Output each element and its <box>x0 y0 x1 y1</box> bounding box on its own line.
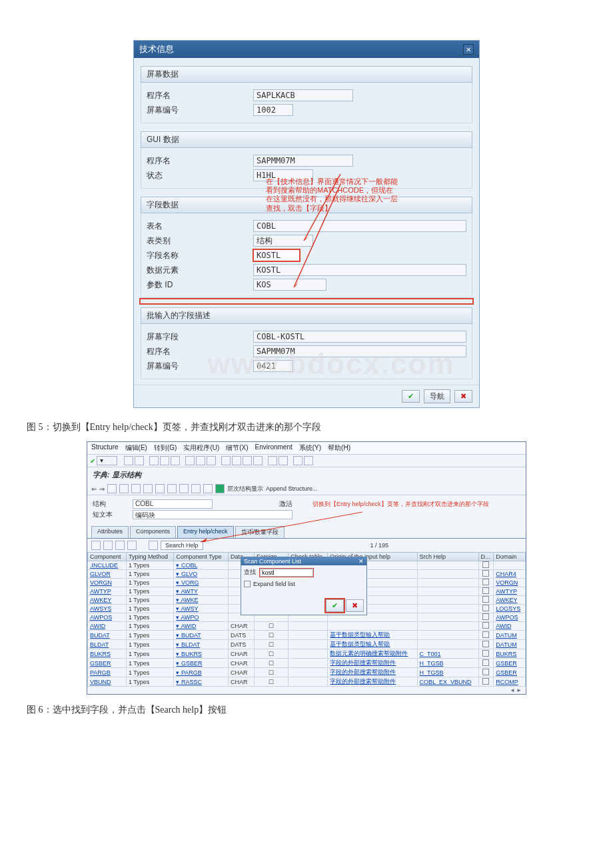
command-field[interactable]: ▾ <box>97 456 117 465</box>
ok-button[interactable]: ✔ <box>402 390 420 403</box>
app-toolbar: ⇐ ⇒ 层次结构显示 Append Structure... <box>87 483 526 495</box>
first-page-icon[interactable] <box>221 456 231 465</box>
table-row[interactable]: VBUND1 Types▾ RASSCCHAR☐字段的外部搜索帮助附件COBL_… <box>88 677 526 687</box>
lbl-program: 程序名 <box>147 90 253 101</box>
shortcut-icon[interactable] <box>279 456 288 465</box>
tab-attributes[interactable]: Attributes <box>91 526 129 538</box>
table-row[interactable]: GSBER1 Types▾ GSBERCHAR☐字段的外部搜索帮助附件H_TGS… <box>88 659 526 668</box>
findnext-icon[interactable] <box>207 456 216 465</box>
back-arrow-icon[interactable]: ⇐ <box>91 485 97 493</box>
val-table[interactable]: COBL <box>253 220 466 232</box>
val-tabtype[interactable]: 结构 <box>253 235 313 247</box>
create-session-icon[interactable] <box>268 456 277 465</box>
nav-icon-4[interactable] <box>127 541 137 550</box>
print-icon[interactable] <box>185 456 195 465</box>
val-struct[interactable]: COBL <box>133 499 213 509</box>
back-icon[interactable] <box>124 456 133 465</box>
col-comptype[interactable]: Component Type <box>174 553 229 561</box>
table-row[interactable]: BUDAT1 Types▾ BUDATDATS☐基于数据类型输入帮助DATUM <box>88 631 526 640</box>
tb-icon-9[interactable] <box>203 484 213 493</box>
col-d[interactable]: D... <box>478 553 494 561</box>
close-icon[interactable]: ✕ <box>463 44 474 55</box>
menu-edit[interactable]: 编辑(E) <box>125 443 147 453</box>
table-row[interactable]: AWID1 Types▾ AWIDCHAR☐AWID <box>88 622 526 631</box>
tb-icon-8[interactable] <box>191 484 201 493</box>
last-page-icon[interactable] <box>253 456 263 465</box>
val-param[interactable]: KOS <box>253 279 326 291</box>
tab-entry-help[interactable]: Entry help/check <box>177 526 234 538</box>
lbl-status: 状态 <box>147 170 253 181</box>
val-program[interactable]: SAPLKACB <box>253 89 353 101</box>
col-component[interactable]: Component <box>88 553 127 561</box>
h-scroll[interactable]: ◄ ► <box>87 687 526 694</box>
menu-env[interactable]: Environment <box>255 443 293 453</box>
tech-info-dialog: 技术信息 ✕ 屏幕数据 程序名SAPLKACB 屏幕编号1002 GUI 数据 … <box>133 40 480 408</box>
nav-icon-3[interactable] <box>115 541 125 550</box>
nav-icon-2[interactable] <box>103 541 113 550</box>
val-screenfield[interactable]: COBL-KOSTL <box>253 331 466 343</box>
val-gui-program[interactable]: SAPMM07M <box>253 155 353 167</box>
tab-currency[interactable]: 货币/数量字段 <box>235 526 285 538</box>
menu-help[interactable]: 帮助(H) <box>328 443 350 453</box>
cancel-button[interactable]: ✖ <box>454 390 472 403</box>
menu-goto[interactable]: 转到(G) <box>154 443 177 453</box>
tb-icon-4[interactable] <box>143 484 153 493</box>
cancel-icon[interactable] <box>171 456 180 465</box>
lbl-tabtype: 表类别 <box>147 235 253 247</box>
tb-icon-5[interactable] <box>155 484 165 493</box>
hier-display[interactable]: 层次结构显示 <box>227 485 263 493</box>
val-screen-no[interactable]: 1002 <box>253 104 293 116</box>
help-icon[interactable] <box>293 456 303 465</box>
save-icon[interactable] <box>135 456 144 465</box>
find-icon-2[interactable] <box>149 541 158 550</box>
popup-find-lbl: 查找 <box>244 568 256 577</box>
popup-expand-lbl: Expand field list <box>253 581 295 587</box>
lbl-screenfield: 屏幕字段 <box>147 331 253 343</box>
tb-icon-7[interactable] <box>179 484 189 493</box>
lbl-table: 表名 <box>147 221 253 232</box>
lbl-active: 激活 <box>279 499 293 509</box>
fwd-arrow-icon[interactable]: ⇒ <box>99 485 105 493</box>
nav-icon-1[interactable] <box>91 541 101 550</box>
popup-expand-checkbox[interactable] <box>244 581 251 587</box>
tb-icon-6[interactable] <box>167 484 177 493</box>
lbl-dataelem: 数据元素 <box>147 265 253 276</box>
popup-close-icon[interactable]: ✕ <box>358 558 364 565</box>
tb-icon-3[interactable] <box>131 484 141 493</box>
tb-icon-2[interactable] <box>119 484 129 493</box>
circle-icon-2[interactable] <box>160 456 169 465</box>
col-srchhelp[interactable]: Srch Help <box>417 553 478 561</box>
table-row[interactable]: PARGB1 Types▾ PARGBCHAR☐字段的外部搜索帮助附件H_TGS… <box>88 668 526 677</box>
page-title: 字典: 显示结构 <box>87 467 526 483</box>
tab-components[interactable]: Components <box>130 526 176 538</box>
tb-icon-1[interactable] <box>107 484 117 493</box>
menu-util[interactable]: 实用程序(U) <box>183 443 219 453</box>
menu-structure[interactable]: Structure <box>91 443 119 453</box>
check-icon[interactable]: ✔ <box>90 457 95 465</box>
find-icon[interactable] <box>196 456 205 465</box>
menu-system[interactable]: 系统(Y) <box>299 443 321 453</box>
popup-ok-button[interactable]: ✔ <box>326 599 344 612</box>
next-page-icon[interactable] <box>243 456 252 465</box>
col-typing[interactable]: Typing Method <box>126 553 173 561</box>
menu-bar: Structure 编辑(E) 转到(G) 实用程序(U) 细节(X) Envi… <box>87 442 526 455</box>
menu-extras[interactable]: 细节(X) <box>226 443 248 453</box>
circle-icon[interactable] <box>149 456 159 465</box>
append-structure[interactable]: Append Structure... <box>266 485 318 492</box>
standard-toolbar: ✔ ▾ <box>87 455 526 467</box>
popup-cancel-button[interactable]: ✖ <box>346 599 364 612</box>
search-help-button[interactable]: Search Help <box>161 541 203 550</box>
col-domain[interactable]: Domain <box>494 553 526 561</box>
table-row[interactable]: BUKRS1 Types▾ BUKRSCHAR☐数据元素的明确搜索帮助附件C_T… <box>88 649 526 659</box>
tb-icon-info[interactable] <box>215 484 225 493</box>
val-dataelem[interactable]: KOSTL <box>253 264 466 276</box>
prev-page-icon[interactable] <box>232 456 241 465</box>
val-fieldname[interactable]: KOSTL <box>253 249 300 261</box>
popup-find-input[interactable] <box>260 569 313 577</box>
section-batch: 批输入的字段描述 <box>141 307 472 324</box>
layout-icon[interactable] <box>304 456 313 465</box>
nav-button[interactable]: 导航 <box>424 389 450 403</box>
table-row[interactable]: BLDAT1 Types▾ BLDATDATS☐基于数据类型输入帮助DATUM <box>88 640 526 649</box>
val-short[interactable]: 编码块 <box>133 510 293 519</box>
lbl-struct: 结构 <box>93 499 133 509</box>
